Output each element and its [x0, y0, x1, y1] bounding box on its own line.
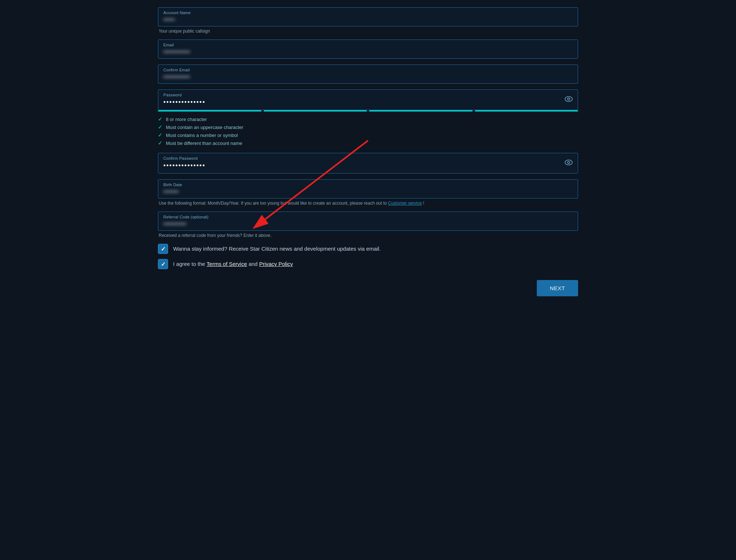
email-input-wrapper: Email — [158, 39, 578, 59]
account-name-input-wrapper: Account Name — [158, 7, 578, 26]
validation-text-3: Must contains a number or symbol — [166, 133, 238, 138]
bottom-bar: NEXT — [158, 280, 578, 296]
form-outer: Account Name Your unique public callsign… — [158, 7, 578, 296]
confirm-password-dots: •••••••••••••• — [163, 162, 205, 169]
validation-text-4: Must be different than account name — [166, 141, 242, 146]
svg-point-1 — [568, 98, 570, 100]
referral-code-input-wrapper: Referral Code (optional) — [158, 212, 578, 231]
validation-item-3: ✓ Must contains a number or symbol — [158, 131, 578, 139]
confirm-email-group: Confirm Email — [158, 64, 578, 84]
next-button[interactable]: NEXT — [537, 280, 578, 296]
strength-bar-4 — [475, 110, 578, 112]
referral-code-group: Referral Code (optional) Received a refe… — [158, 212, 578, 238]
validation-text-2: Must contain an uppercase character — [166, 125, 243, 130]
password-strength-bars — [158, 110, 578, 112]
strength-bar-2 — [264, 110, 367, 112]
birth-date-input-wrapper: Birth Date — [158, 179, 578, 198]
validation-item-4: ✓ Must be different than account name — [158, 139, 578, 147]
tos-link[interactable]: Terms of Service — [206, 261, 247, 267]
password-eye-icon[interactable] — [565, 96, 573, 104]
tos-checkmark: ✓ — [161, 261, 166, 268]
newsletter-checkmark: ✓ — [161, 246, 166, 252]
confirm-email-input-wrapper: Confirm Email — [158, 64, 578, 84]
birth-date-label: Birth Date — [163, 183, 573, 187]
password-validation-list: ✓ 8 or more character ✓ Must contain an … — [158, 115, 578, 147]
check-icon-4: ✓ — [158, 140, 162, 146]
svg-point-2 — [565, 160, 572, 165]
confirm-password-group: Confirm Password •••••••••••••• — [158, 153, 578, 174]
email-group: Email — [158, 39, 578, 59]
referral-code-hint: Received a referral code from your frien… — [158, 233, 578, 238]
account-name-label: Account Name — [163, 11, 573, 15]
tos-checkbox[interactable]: ✓ — [158, 259, 168, 269]
confirm-password-input-wrapper: Confirm Password •••••••••••••• — [158, 153, 578, 174]
check-icon-3: ✓ — [158, 132, 162, 138]
account-name-hint: Your unique public callsign — [158, 29, 578, 34]
password-input-wrapper: Password •••••••••••••• — [158, 89, 578, 110]
validation-text-1: 8 or more character — [166, 117, 207, 122]
referral-code-input[interactable] — [163, 221, 573, 227]
email-label: Email — [163, 43, 573, 47]
svg-point-3 — [568, 161, 570, 163]
tos-checkbox-row: ✓ I agree to the Terms of Service and Pr… — [158, 259, 578, 269]
privacy-policy-link[interactable]: Privacy Policy — [259, 261, 293, 267]
referral-code-label: Referral Code (optional) — [163, 215, 573, 219]
account-name-input[interactable] — [163, 16, 573, 22]
check-icon-2: ✓ — [158, 124, 162, 130]
newsletter-checkbox-row: ✓ Wanna stay informed? Receive Star Citi… — [158, 244, 578, 254]
password-group: Password •••••••••••••• ✓ — [158, 89, 578, 147]
password-dots: •••••••••••••• — [163, 99, 205, 106]
confirm-email-label: Confirm Email — [163, 68, 573, 72]
tos-label: I agree to the Terms of Service and Priv… — [173, 259, 293, 268]
birth-date-hint: Use the following format: Month/Day/Year… — [158, 201, 578, 206]
confirm-email-input[interactable] — [163, 74, 573, 80]
birth-date-group: Birth Date Use the following format: Mon… — [158, 179, 578, 206]
newsletter-checkbox[interactable]: ✓ — [158, 244, 168, 254]
validation-item-1: ✓ 8 or more character — [158, 115, 578, 123]
confirm-password-label: Confirm Password — [163, 156, 573, 160]
validation-item-2: ✓ Must contain an uppercase character — [158, 123, 578, 131]
registration-form: Account Name Your unique public callsign… — [158, 7, 578, 296]
birth-date-input[interactable] — [163, 188, 207, 195]
check-icon-1: ✓ — [158, 116, 162, 122]
account-name-group: Account Name Your unique public callsign — [158, 7, 578, 34]
newsletter-label: Wanna stay informed? Receive Star Citize… — [173, 244, 381, 253]
password-label: Password — [163, 93, 573, 97]
strength-bar-3 — [369, 110, 473, 112]
strength-bar-1 — [158, 110, 262, 112]
customer-service-link[interactable]: Customer service — [388, 201, 422, 206]
svg-point-0 — [565, 96, 572, 101]
email-input[interactable] — [163, 49, 573, 55]
confirm-password-eye-icon[interactable] — [565, 159, 573, 167]
